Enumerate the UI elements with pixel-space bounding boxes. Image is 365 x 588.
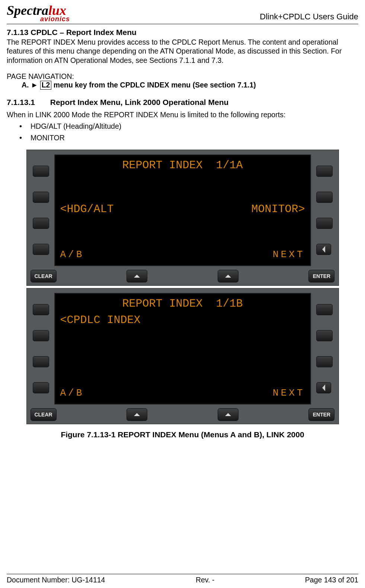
reports-list: HDG/ALT (Heading/Altitude) MONITOR [19,122,358,142]
nav-item-suffix: menu key from the CPDLC INDEX menu (See … [51,81,256,89]
lsk-r4-less-icon[interactable] [316,244,331,255]
subsection-title: Report Index Menu, Link 2000 Operational… [50,98,229,106]
document-title: Dlink+CPDLC Users Guide [260,12,358,22]
svg-marker-5 [225,413,231,416]
cdu-device-b: REPORT INDEX 1/1B <CPDLC INDEX A/B NEXT [26,288,339,424]
screen-title: REPORT INDEX 1/1A [60,159,305,172]
lsk-r2[interactable] [316,330,333,341]
list-item: MONITOR [19,134,358,142]
footer-pagenum: Page 143 of 201 [305,576,358,584]
arrow-up-button[interactable] [127,408,147,421]
lsk-l2[interactable] [33,330,49,341]
lsk-r4-less-icon[interactable] [316,382,331,393]
svg-marker-3 [322,384,325,391]
svg-marker-0 [322,246,325,253]
lsk-r3[interactable] [316,218,333,229]
nav-key-box: L2 [40,81,52,89]
lsk-l3[interactable] [33,218,49,229]
screen-right-4: NEXT [273,387,305,399]
screen-left-1: <CPDLC INDEX [60,314,141,326]
screen-left-2: <HDG/ALT [60,203,114,215]
screen-right-2: MONITOR> [251,203,305,215]
page-navigation-label: PAGE NAVIGATION: [7,72,358,81]
lsk-l1[interactable] [33,304,49,315]
logo-sub-text: avionics [40,16,70,22]
lsk-l2[interactable] [33,192,49,203]
lsk-r1[interactable] [316,166,333,177]
clear-button[interactable]: CLEAR [31,408,57,421]
svg-marker-4 [134,413,140,416]
right-line-select-keys [313,153,336,268]
footer-revision: Rev. - [196,576,215,584]
lsk-r2[interactable] [316,192,333,203]
subsection-heading: 7.1.13.1 Report Index Menu, Link 2000 Op… [7,98,358,107]
svg-marker-2 [225,275,231,278]
screen-left-4: A/B [60,387,84,399]
page-navigation-item: A. ► L2 menu key from the CPDLC INDEX me… [22,81,358,89]
section-heading: 7.1.13 CPDLC – Report Index Menu [7,28,358,37]
hardkey-row: CLEAR ENTER [30,270,336,282]
left-line-select-keys [30,291,52,406]
cdu-device-a: REPORT INDEX 1/1A <HDG/ALT MONITOR> A/B … [26,150,339,286]
cdu-screen-b: REPORT INDEX 1/1B <CPDLC INDEX A/B NEXT [54,293,311,405]
arrow-up-button[interactable] [218,270,238,282]
screen-title: REPORT INDEX 1/1B [60,297,305,310]
arrow-up-button[interactable] [218,408,238,421]
subsection-intro: When in LINK 2000 Mode the REPORT INDEX … [7,111,358,119]
lsk-r1[interactable] [316,304,333,315]
cdu-screen-a: REPORT INDEX 1/1A <HDG/ALT MONITOR> A/B … [54,154,311,266]
list-item: HDG/ALT (Heading/Altitude) [19,122,358,131]
lsk-l4[interactable] [33,244,49,255]
left-line-select-keys [30,153,52,268]
lsk-r3[interactable] [316,356,333,367]
page-footer: Document Number: UG-14114 Rev. - Page 14… [7,574,358,584]
company-logo: Spectralux avionics [7,4,70,22]
clear-button[interactable]: CLEAR [31,270,57,282]
nav-item-prefix: A. ► [22,81,38,89]
subsection-number: 7.1.13.1 [7,98,35,106]
svg-marker-1 [134,275,140,278]
lsk-l4[interactable] [33,382,49,393]
lsk-l3[interactable] [33,356,49,367]
screen-right-4: NEXT [273,249,305,260]
hardkey-row: CLEAR ENTER [30,408,336,421]
enter-button[interactable]: ENTER [308,408,334,421]
arrow-up-button[interactable] [127,270,147,282]
lsk-l1[interactable] [33,166,49,177]
screen-left-4: A/B [60,249,84,260]
figure-caption: Figure 7.1.13-1 REPORT INDEX Menu (Menus… [61,430,304,439]
right-line-select-keys [313,291,336,406]
enter-button[interactable]: ENTER [308,270,334,282]
page-header: Spectralux avionics Dlink+CPDLC Users Gu… [7,4,358,24]
footer-docnum: Document Number: UG-14114 [7,576,105,584]
section-paragraph: The REPORT INDEX Menu provides access to… [7,38,358,65]
